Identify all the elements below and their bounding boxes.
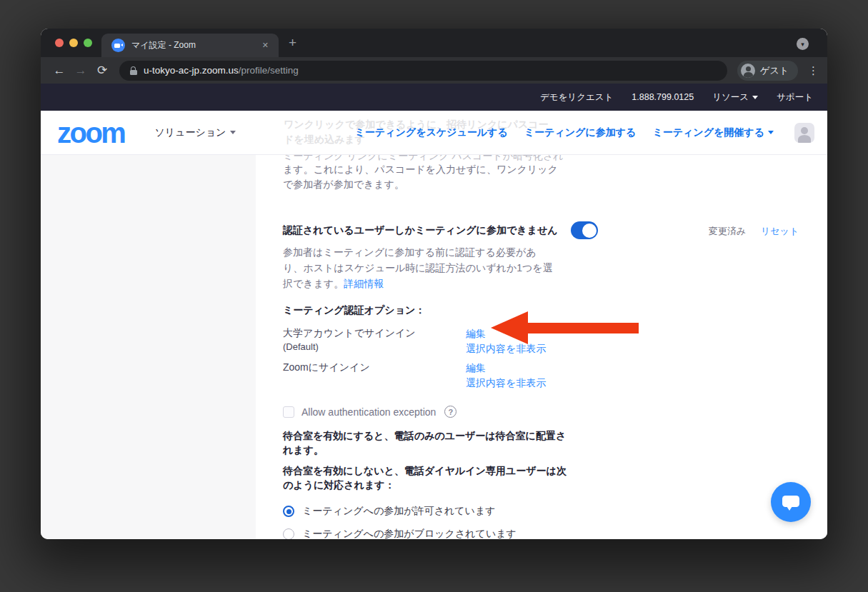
address-bar[interactable]: u-tokyo-ac-jp.zoom.us/profile/setting <box>119 61 727 81</box>
topbar-resources-link[interactable]: リソース <box>712 91 758 104</box>
radio-option-row: ミーティングへの参加が許可されています <box>283 505 827 518</box>
tab-title: マイ設定 - Zoom <box>131 39 253 51</box>
topbar-support-link[interactable]: サポート <box>777 91 813 104</box>
browser-tab[interactable]: マイ設定 - Zoom ✕ <box>101 34 279 57</box>
chat-bubble-icon <box>782 496 799 507</box>
chevron-down-icon <box>230 131 236 134</box>
nav-host-meeting-link[interactable]: ミーティングを開催する <box>652 126 774 139</box>
setting-description-continued: ます。これにより、パスコードを入力せずに、ワンクリックで参加者が参加できます。 <box>283 162 558 192</box>
auth-setting-toggle[interactable] <box>571 221 598 239</box>
close-window-button[interactable] <box>55 39 64 47</box>
url-text: u-tokyo-ac-jp.zoom.us/profile/setting <box>144 65 299 76</box>
guest-avatar-icon <box>741 64 755 78</box>
nav-schedule-meeting-link[interactable]: ミーティングをスケジュールする <box>354 126 507 139</box>
red-arrow-annotation <box>491 311 639 344</box>
topbar-phone-link[interactable]: 1.888.799.0125 <box>632 92 694 102</box>
clipped-text-line: ミーティング リンクにミーティング パスコードが暗号化され <box>283 155 564 163</box>
account-avatar[interactable] <box>794 123 814 143</box>
browser-toolbar: ← → ⟳ u-tokyo-ac-jp.zoom.us/profile/sett… <box>41 57 827 84</box>
radio-block-join[interactable] <box>283 528 294 539</box>
auth-option-actions: 編集 選択内容を非表示 <box>466 361 546 390</box>
minimize-window-button[interactable] <box>69 39 78 47</box>
tab-search-button[interactable]: ▾ <box>797 38 809 50</box>
zoom-logo[interactable]: zoom <box>57 119 124 147</box>
auth-option-row: Zoomにサインイン 編集 選択内容を非表示 <box>283 361 827 390</box>
zoom-site-header: ワンクリックで参加できるように、招待リンクにパスコー ドを埋め込みます zoom… <box>41 111 827 155</box>
auth-setting-title: 認証されているユーザーしかミーティングに参加できません <box>283 224 558 236</box>
main-area: ミーティング リンクにミーティング パスコードが暗号化され ます。これにより、パ… <box>41 155 827 539</box>
browser-menu-button[interactable]: ⋮ <box>808 64 819 77</box>
chevron-down-icon <box>768 131 774 134</box>
nav-join-meeting-link[interactable]: ミーティングに参加する <box>524 126 637 139</box>
learn-more-link[interactable]: 詳細情報 <box>344 278 384 289</box>
auth-exception-label: Allow authentication exception <box>301 406 436 418</box>
topbar-request-demo-link[interactable]: デモをリクエスト <box>540 91 613 104</box>
settings-sidebar <box>41 155 256 539</box>
tab-strip: マイ設定 - Zoom ✕ + ▾ <box>41 29 827 57</box>
help-icon[interactable]: ? <box>444 406 457 418</box>
reload-button[interactable]: ⟳ <box>94 63 111 78</box>
back-button[interactable]: ← <box>51 64 68 78</box>
forward-button[interactable]: → <box>72 64 89 78</box>
auth-setting-description: 参加者はミーティングに参加する前に認証する必要があり、ホストはスケジュール時に認… <box>283 244 553 291</box>
lock-icon <box>129 66 137 75</box>
edit-link[interactable]: 編集 <box>466 361 546 375</box>
profile-chip[interactable]: ゲスト <box>737 61 798 81</box>
settings-content: ミーティング リンクにミーティング パスコードが暗号化され ます。これにより、パ… <box>256 155 827 539</box>
reset-link[interactable]: リセット <box>761 225 799 238</box>
auth-exception-checkbox[interactable] <box>283 406 294 418</box>
solutions-menu[interactable]: ソリューション <box>154 126 236 139</box>
radio-option-row: ミーティングへの参加がブロックされています <box>283 528 827 539</box>
chat-support-button[interactable] <box>771 482 811 522</box>
auth-option-name: Zoomにサインイン <box>283 361 466 390</box>
chevron-down-icon <box>752 96 758 99</box>
auth-exception-row: Allow authentication exception ? <box>283 406 827 418</box>
new-tab-button[interactable]: + <box>289 36 296 49</box>
default-note: (Default) <box>283 340 466 353</box>
zoom-favicon-icon <box>111 39 125 52</box>
auth-setting-row: 認証されているユーザーしかミーティングに参加できません 変更済み リセット <box>283 224 827 239</box>
browser-window: マイ設定 - Zoom ✕ + ▾ ← → ⟳ u-tokyo-ac-jp.zo… <box>41 29 827 539</box>
guest-label: ゲスト <box>760 64 789 77</box>
site-nav: ミーティングをスケジュールする ミーティングに参加する ミーティングを開催する <box>354 123 814 143</box>
auth-option-name: 大学アカウントでサインイン (Default) <box>283 326 466 356</box>
tab-close-icon[interactable]: ✕ <box>259 39 271 51</box>
zoom-topbar: デモをリクエスト 1.888.799.0125 リソース サポート <box>41 84 827 111</box>
window-controls <box>55 39 92 47</box>
waiting-room-note-1: 待合室を有効にすると、電話のみのユーザーは待合室に配置されます。 <box>283 428 570 457</box>
waiting-room-note-2: 待合室を有効にしないと、電話ダイヤルイン専用ユーザーは次のように対応されます： <box>283 463 570 492</box>
radio-allow-join[interactable] <box>283 506 294 517</box>
hide-selection-link[interactable]: 選択内容を非表示 <box>466 376 546 390</box>
fullscreen-window-button[interactable] <box>84 39 92 47</box>
modified-badge: 変更済み <box>709 225 746 238</box>
